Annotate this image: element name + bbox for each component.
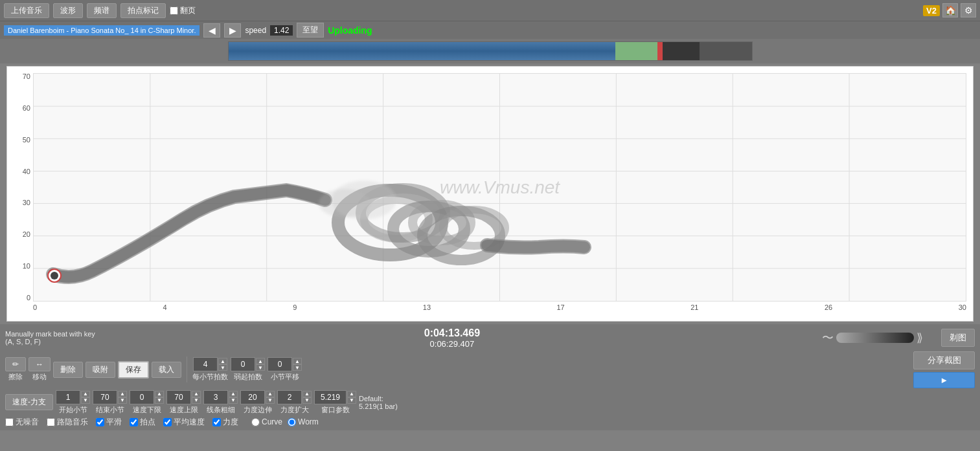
save-button[interactable]: 保存 — [118, 361, 149, 379]
speed-max-down[interactable]: ▼ — [192, 397, 201, 404]
force-amp-arrows: ▲ ▼ — [302, 391, 312, 404]
start-beat-down[interactable]: ▼ — [256, 364, 265, 371]
end-bar-down[interactable]: ▼ — [118, 397, 127, 404]
freq-button[interactable]: 频谱 — [87, 3, 117, 18]
top-toolbar: 上传音乐 波形 频谱 拍点标记 翻页 V2 🏠 ⚙ — [0, 0, 980, 21]
force-duration-up[interactable]: ▲ — [266, 391, 275, 397]
line-thickness-input[interactable] — [203, 390, 228, 404]
speed-max-up[interactable]: ▲ — [192, 391, 201, 397]
beats-per-bar-down[interactable]: ▼ — [218, 364, 227, 371]
chart-inner[interactable]: www.Vmus.net — [33, 73, 966, 302]
speed-min-label: 速度下限 — [133, 405, 161, 415]
start-bar-up[interactable]: ▲ — [81, 391, 90, 397]
beats-per-bar-up[interactable]: ▲ — [218, 358, 227, 364]
move-group: ↔ 移动 — [28, 357, 51, 382]
speed-max-group: ▲ ▼ 速度上限 — [166, 390, 201, 415]
speed-min-down[interactable]: ▼ — [155, 397, 164, 404]
worm-label: Worm — [298, 417, 319, 426]
erase-button[interactable]: ✏ — [5, 357, 26, 371]
speed-max-input[interactable] — [166, 390, 191, 404]
move-button[interactable]: ↔ — [28, 357, 51, 371]
delete-button[interactable]: 删除 — [53, 362, 83, 378]
line-thickness-down[interactable]: ▼ — [229, 397, 238, 404]
page-checkbox-label: 翻页 — [170, 5, 196, 16]
cut-view-button[interactable]: 剃图 — [941, 329, 975, 347]
beats-per-bar-label: 每小节拍数 — [192, 372, 228, 382]
force-duration-input[interactable] — [240, 390, 265, 404]
force-amp-down[interactable]: ▼ — [302, 397, 312, 404]
end-bar-up[interactable]: ▲ — [118, 391, 127, 397]
upload-music-button[interactable]: 上传音乐 — [4, 3, 49, 18]
start-beat-up[interactable]: ▲ — [256, 358, 265, 364]
worm-radio[interactable] — [288, 418, 296, 426]
force-amp-input[interactable] — [277, 390, 302, 404]
end-bar-label: 结束小节 — [96, 405, 124, 415]
speed-value: 1.42 — [270, 25, 293, 36]
worm-radio-item: Worm — [288, 417, 319, 426]
bar-steps-label: 小节平移 — [271, 372, 299, 382]
bar-steps-input[interactable] — [268, 357, 292, 371]
beats-per-bar-input[interactable]: 4 — [193, 357, 218, 371]
bar-steps-up[interactable]: ▲ — [293, 358, 302, 364]
start-beat-input[interactable] — [231, 357, 255, 371]
curve-radio[interactable] — [251, 418, 260, 426]
speed-min-input[interactable] — [130, 390, 154, 404]
start-bar-down[interactable]: ▼ — [81, 397, 90, 404]
force-checkbox[interactable] — [212, 418, 221, 426]
waveform-container[interactable] — [228, 41, 753, 61]
end-bar-input[interactable] — [93, 390, 117, 404]
line-thickness-up[interactable]: ▲ — [229, 391, 238, 397]
window-param-group: ▲ ▼ 窗口参数 — [314, 390, 356, 415]
uploading-status: Uploading — [328, 25, 372, 36]
x-label-17: 17 — [557, 304, 565, 311]
waveform-blue — [229, 42, 616, 60]
beat-point-checkbox[interactable] — [130, 418, 138, 426]
speed-min-up[interactable]: ▲ — [155, 391, 164, 397]
speed-label: speed — [245, 26, 266, 35]
start-bar-input[interactable] — [56, 390, 80, 404]
play-button[interactable]: ▶ — [224, 23, 241, 38]
y-label-20: 20 — [23, 231, 30, 238]
player-controls-row: Daniel Barenboim - Piano Sonata No_ 14 i… — [0, 21, 980, 39]
force-duration-down[interactable]: ▼ — [266, 397, 275, 404]
smooth-checkbox[interactable] — [96, 418, 104, 426]
page-checkbox[interactable] — [170, 6, 178, 15]
window-param-up[interactable]: ▲ — [347, 391, 356, 397]
controls-row2: 速度-力支 ▲ ▼ 开始小节 ▲ ▼ 结束小节 — [5, 390, 975, 415]
hide-music-item: 路隐音乐 — [47, 417, 88, 428]
status-line1: Manually mark beat with key — [5, 330, 95, 338]
start-bar-label: 开始小节 — [59, 405, 87, 415]
mute-button[interactable]: 至望 — [297, 23, 324, 38]
bar-steps-down[interactable]: ▼ — [293, 364, 302, 371]
hide-music-checkbox[interactable] — [47, 418, 55, 426]
force-amp-up[interactable]: ▲ — [302, 391, 312, 397]
blue-action-button[interactable]: ► — [913, 372, 975, 388]
no-noise-label: 无噪音 — [16, 417, 39, 428]
v2-badge: V2 🏠 ⚙ — [923, 3, 976, 17]
home-icon-button[interactable]: 🏠 — [942, 3, 958, 17]
version-badge: V2 — [923, 5, 940, 16]
window-param-down[interactable]: ▼ — [347, 397, 356, 404]
x-label-9: 9 — [293, 304, 297, 311]
beat-button[interactable]: 拍点标记 — [120, 3, 166, 18]
settings-icon-button[interactable]: ⚙ — [961, 3, 976, 17]
speed-force-toggle[interactable]: 速度-力支 — [5, 394, 53, 410]
curve-radio-item: Curve — [251, 417, 282, 426]
absorb-button[interactable]: 吸附 — [85, 362, 115, 378]
window-param-arrows: ▲ ▼ — [347, 391, 356, 404]
prev-button[interactable]: ◀ — [203, 23, 220, 38]
wave-button[interactable]: 波形 — [53, 3, 83, 18]
worm-slider[interactable] — [836, 333, 914, 343]
no-noise-checkbox[interactable] — [5, 418, 14, 426]
split-view-button[interactable]: 分享截图 — [913, 351, 975, 369]
status-text: Manually mark beat with key (A, S, D, F) — [5, 330, 95, 346]
x-axis: 0 4 9 13 17 21 26 30 — [33, 302, 966, 321]
x-label-21: 21 — [690, 304, 698, 311]
status-line2: (A, S, D, F) — [5, 338, 95, 346]
window-param-input[interactable] — [314, 390, 347, 404]
y-label-50: 50 — [23, 137, 30, 144]
svg-point-21 — [51, 272, 58, 280]
avg-speed-checkbox[interactable] — [163, 418, 172, 426]
load-button[interactable]: 载入 — [152, 362, 181, 378]
start-bar-arrows: ▲ ▼ — [81, 391, 90, 404]
